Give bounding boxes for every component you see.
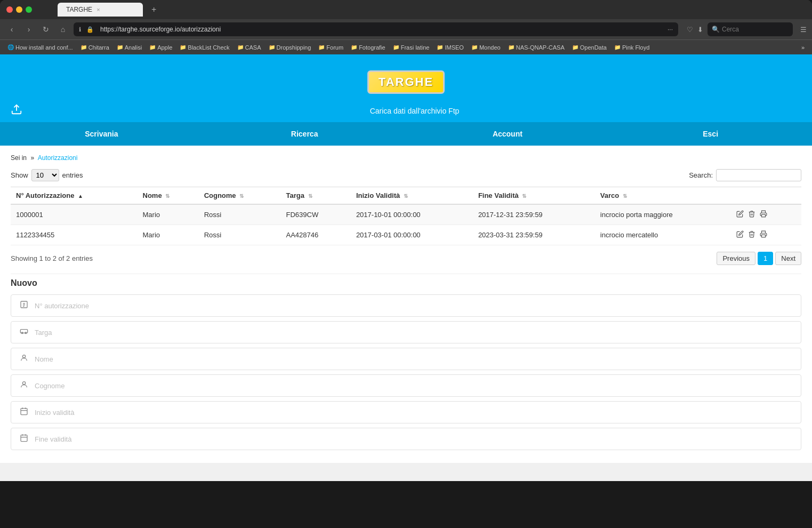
col-varco[interactable]: Varco ⇅: [595, 187, 730, 205]
col-n-autorizzazione[interactable]: N° Autorizzazione ▲: [11, 187, 138, 205]
app-header: TARGHE Carica dati dall'archivio Ftp Scr…: [0, 54, 812, 146]
traffic-lights: [6, 6, 32, 13]
url-bar[interactable]: https://targhe.sourceforge.io/autorizzaz…: [100, 26, 661, 33]
bookmark-how-install[interactable]: 🌐 How install and conf...: [4, 43, 76, 52]
main-content: Sei in » Autorizzazioni Show 10 25 50 10…: [0, 146, 812, 463]
svg-rect-1: [762, 214, 766, 217]
svg-rect-16: [21, 435, 27, 442]
reader-mode-icon[interactable]: ☰: [800, 26, 807, 34]
bookmark-casa-icon: 📁: [237, 44, 244, 50]
entries-select[interactable]: 10 25 50 100: [31, 169, 59, 181]
bookmark-mondeo[interactable]: 📁 Mondeo: [468, 43, 504, 52]
targa-input[interactable]: [35, 329, 793, 337]
table-row: 1122334455MarioRossiAA4287462017-03-01 0…: [11, 225, 801, 245]
breadcrumb: Sei in » Autorizzazioni: [11, 154, 801, 162]
table-cell: Rossi: [199, 204, 281, 225]
nav-scrivania[interactable]: Scrivania: [0, 122, 203, 146]
col-targa[interactable]: Targa ⇅: [281, 187, 351, 205]
nome-input[interactable]: [35, 355, 793, 363]
bookmark-pink-floyd[interactable]: 📁 Pink Floyd: [611, 43, 653, 52]
bookmark-heart-icon[interactable]: ♡: [687, 26, 693, 34]
nav-account[interactable]: Account: [406, 122, 609, 146]
bookmark-opendata[interactable]: 📁 OpenData: [569, 43, 610, 52]
table-cell: incrocio porta maggiore: [595, 204, 730, 225]
bookmark-casa[interactable]: 📁 CASA: [234, 43, 264, 52]
bookmark-frasi-latine[interactable]: 📁 Frasi latine: [390, 43, 433, 52]
cognome-input[interactable]: [35, 382, 793, 390]
maximize-button[interactable]: [26, 6, 32, 13]
table-cell: 1000001: [11, 204, 138, 225]
table-cell: 2023-03-31 23:59:59: [473, 225, 595, 245]
bookmarks-bar: 🌐 How install and conf... 📁 Chitarra 📁 A…: [0, 39, 812, 54]
bookmark-nas-icon: 📁: [508, 44, 514, 50]
reload-button[interactable]: ↻: [39, 23, 52, 36]
table-search-input[interactable]: [716, 169, 801, 181]
bookmark-nas-qnap-casa[interactable]: 📁 NAS-QNAP-CASA: [505, 43, 568, 52]
bookmark-chitarra[interactable]: 📁 Chitarra: [77, 43, 112, 52]
bookmark-opendata-icon: 📁: [572, 44, 578, 50]
edit-button[interactable]: [735, 209, 745, 220]
upload-button[interactable]: [11, 103, 22, 118]
bookmark-forum[interactable]: 📁 Forum: [315, 43, 347, 52]
breadcrumb-link[interactable]: Autorizzazioni: [38, 154, 78, 162]
delete-button[interactable]: [747, 229, 757, 241]
svg-rect-2: [762, 235, 766, 237]
bookmark-blacklist[interactable]: 📁 BlackList Check: [176, 43, 232, 52]
browser-search-input[interactable]: [722, 26, 786, 33]
col-fine-validita[interactable]: Fine Validità ⇅: [473, 187, 595, 205]
table-cell: 2017-12-31 23:59:59: [473, 204, 595, 225]
bookmark-imseo-icon: 📁: [437, 44, 443, 50]
nav-esci[interactable]: Esci: [609, 122, 812, 146]
previous-page-button[interactable]: Previous: [717, 252, 755, 265]
bookmark-forum-icon: 📁: [318, 44, 325, 50]
row-actions: [730, 225, 801, 245]
back-button[interactable]: ‹: [5, 23, 18, 36]
sort-cognome-icon: ⇅: [239, 193, 244, 199]
form-section: Nuovo: [11, 274, 801, 450]
bookmark-analisi[interactable]: 📁 Analisi: [114, 43, 145, 52]
table-cell: incrocio mercatello: [595, 225, 730, 245]
col-nome[interactable]: Nome ⇅: [138, 187, 199, 205]
delete-button[interactable]: [747, 209, 757, 220]
forward-button[interactable]: ›: [22, 23, 35, 36]
cognome-icon: [19, 380, 29, 391]
bookmark-apple[interactable]: 📁 Apple: [146, 43, 175, 52]
download-icon[interactable]: ⬇: [697, 26, 703, 34]
bookmark-imseo[interactable]: 📁 IMSEO: [433, 43, 467, 52]
svg-rect-12: [21, 409, 27, 415]
edit-button[interactable]: [735, 229, 745, 241]
form-field-nome: [11, 348, 801, 370]
n-autorizzazione-input[interactable]: [35, 302, 793, 310]
col-cognome[interactable]: Cognome ⇅: [199, 187, 281, 205]
minimize-button[interactable]: [16, 6, 22, 13]
more-bookmarks[interactable]: »: [798, 43, 808, 52]
upload-label: Carica dati dall'archivio Ftp: [28, 107, 801, 115]
browser-search-box[interactable]: 🔍: [708, 22, 793, 36]
tab-close-button[interactable]: ×: [97, 6, 100, 13]
logo-area: TARGHE: [0, 65, 812, 99]
browser-tab[interactable]: TARGHE ×: [58, 3, 143, 17]
col-inizio-validita[interactable]: Inizio Validità ⇅: [351, 187, 473, 205]
close-button[interactable]: [6, 6, 13, 13]
print-button[interactable]: [759, 229, 768, 241]
form-field-cognome: [11, 374, 801, 397]
table-cell: Mario: [138, 204, 199, 225]
form-field-n-autorizzazione: [11, 294, 801, 317]
new-tab-button[interactable]: +: [151, 5, 156, 14]
fine-validita-input[interactable]: [35, 435, 793, 443]
current-page-button[interactable]: 1: [758, 252, 773, 265]
inizio-validita-input[interactable]: [35, 409, 793, 417]
home-button[interactable]: ⌂: [57, 23, 69, 36]
row-actions: [730, 204, 801, 225]
nav-ricerca[interactable]: Ricerca: [203, 122, 406, 146]
bookmark-fotografie[interactable]: 📁 Fotografie: [348, 43, 389, 52]
bookmark-dropshipping[interactable]: 📁 Dropshipping: [266, 43, 315, 52]
print-button[interactable]: [759, 209, 768, 220]
bookmark-how-install-icon: 🌐: [7, 44, 14, 50]
form-title: Nuovo: [11, 278, 801, 288]
table-search: Search:: [689, 169, 801, 181]
bookmark-blacklist-icon: 📁: [180, 44, 186, 50]
sort-nome-icon: ⇅: [165, 193, 170, 199]
col-actions: [730, 187, 801, 205]
next-page-button[interactable]: Next: [775, 252, 801, 265]
